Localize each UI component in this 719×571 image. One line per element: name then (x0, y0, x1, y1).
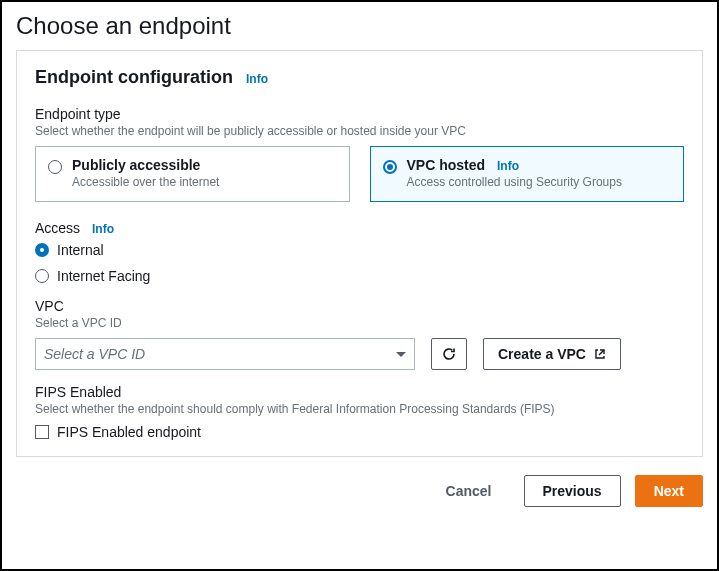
radio-label: Internet Facing (57, 268, 150, 284)
endpoint-config-panel: Endpoint configuration Info Endpoint typ… (16, 50, 703, 457)
tile-subtitle: Access controlled using Security Groups (407, 175, 622, 189)
page-title: Choose an endpoint (16, 12, 703, 40)
footer-actions: Cancel Previous Next (16, 475, 703, 507)
endpoint-type-label: Endpoint type (35, 106, 684, 122)
tile-body: Publicly accessible Accessible over the … (72, 157, 219, 189)
chevron-down-icon (396, 352, 406, 357)
endpoint-type-option-vpc[interactable]: VPC hosted Info Access controlled using … (370, 146, 685, 202)
radio-icon (48, 160, 62, 174)
next-button[interactable]: Next (635, 475, 703, 507)
panel-info-link[interactable]: Info (246, 72, 268, 86)
access-label-row: Access Info (35, 220, 684, 236)
tile-info-link[interactable]: Info (497, 159, 519, 173)
create-vpc-button[interactable]: Create a VPC (483, 338, 621, 370)
refresh-button[interactable] (431, 338, 467, 370)
vpc-controls-row: Select a VPC ID Create a VPC (35, 338, 684, 370)
endpoint-type-section: Endpoint type Select whether the endpoin… (35, 106, 684, 202)
panel-title-text: Endpoint configuration (35, 67, 233, 87)
endpoint-type-options: Publicly accessible Accessible over the … (35, 146, 684, 202)
tile-title-row: VPC hosted Info (407, 157, 622, 173)
fips-label: FIPS Enabled (35, 384, 684, 400)
vpc-label: VPC (35, 298, 684, 314)
fips-checkbox-label: FIPS Enabled endpoint (57, 424, 201, 440)
external-link-icon (594, 348, 606, 360)
previous-button[interactable]: Previous (524, 475, 621, 507)
refresh-icon (441, 346, 457, 362)
access-option-internal[interactable]: Internal (35, 242, 684, 258)
fips-section: FIPS Enabled Select whether the endpoint… (35, 384, 684, 440)
radio-label: Internal (57, 242, 104, 258)
panel-title: Endpoint configuration Info (35, 67, 684, 88)
vpc-select-placeholder: Select a VPC ID (44, 346, 145, 362)
fips-description: Select whether the endpoint should compl… (35, 402, 684, 416)
cancel-button[interactable]: Cancel (428, 475, 510, 507)
checkbox-icon (35, 425, 49, 439)
access-label: Access (35, 220, 80, 236)
tile-body: VPC hosted Info Access controlled using … (407, 157, 622, 189)
endpoint-type-option-public[interactable]: Publicly accessible Accessible over the … (35, 146, 350, 202)
access-option-internet-facing[interactable]: Internet Facing (35, 268, 684, 284)
tile-subtitle: Accessible over the internet (72, 175, 219, 189)
dialog-frame: Choose an endpoint Endpoint configuratio… (0, 0, 719, 571)
vpc-description: Select a VPC ID (35, 316, 684, 330)
access-section: Access Info Internal Internet Facing (35, 220, 684, 284)
create-vpc-label: Create a VPC (498, 346, 586, 362)
tile-title: Publicly accessible (72, 157, 219, 173)
vpc-section: VPC Select a VPC ID Select a VPC ID Crea… (35, 298, 684, 370)
access-info-link[interactable]: Info (92, 222, 114, 236)
vpc-select[interactable]: Select a VPC ID (35, 338, 415, 370)
tile-title: VPC hosted (407, 157, 486, 173)
radio-icon (383, 160, 397, 174)
fips-checkbox-row[interactable]: FIPS Enabled endpoint (35, 424, 684, 440)
endpoint-type-description: Select whether the endpoint will be publ… (35, 124, 684, 138)
radio-icon (35, 269, 49, 283)
radio-icon (35, 243, 49, 257)
